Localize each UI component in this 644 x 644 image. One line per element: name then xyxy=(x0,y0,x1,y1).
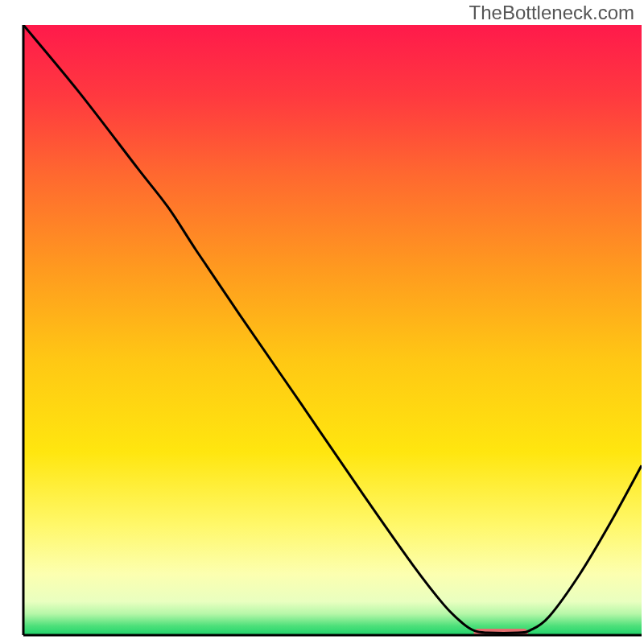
plot-svg xyxy=(0,0,644,644)
bottleneck-chart: TheBottleneck.com xyxy=(0,0,644,644)
gradient-background xyxy=(23,25,642,635)
watermark-label: TheBottleneck.com xyxy=(469,2,634,24)
